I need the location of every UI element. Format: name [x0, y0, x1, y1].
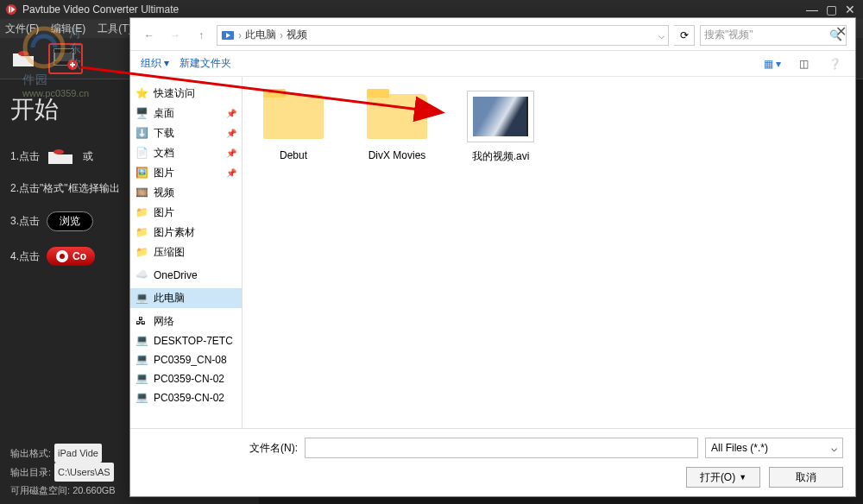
filename-label: 文件名(N):: [142, 441, 298, 456]
nav-forward-button[interactable]: →: [165, 25, 186, 46]
tree-pictures2[interactable]: 📁图片: [130, 203, 242, 223]
open-file-button[interactable]: [7, 43, 41, 74]
disk-space-value: 20.660GB: [72, 485, 116, 495]
document-icon: 📄: [135, 147, 149, 161]
menu-tools[interactable]: 工具(T): [98, 22, 131, 36]
dialog-address-bar: ← → ↑ › 此电脑 › 视频 ⌵ ⟳ 搜索"视频" 🔍: [130, 18, 855, 51]
tree-downloads[interactable]: ⬇️下载📌: [130, 123, 242, 143]
svg-rect-5: [54, 49, 73, 53]
video-library-icon: [221, 28, 235, 42]
view-mode-button[interactable]: ▦ ▾: [762, 54, 783, 73]
step2-text: 2.点击"格式"框选择输出: [10, 181, 120, 196]
tree-compressed[interactable]: 📁压缩图: [130, 243, 242, 262]
star-icon: ⭐: [135, 87, 149, 101]
pin-icon: 📌: [226, 168, 236, 178]
pc-icon: 💻: [135, 353, 149, 367]
file-item-folder[interactable]: Debut: [255, 89, 332, 161]
menu-file[interactable]: 文件(F): [5, 22, 39, 36]
pin-icon: 📌: [226, 109, 236, 118]
open-button[interactable]: 打开(O) ▼: [686, 467, 760, 488]
minimize-button[interactable]: —: [804, 2, 820, 17]
step4-label: 4.点击: [10, 249, 40, 264]
navigation-tree: ⭐快速访问 🖥️桌面📌 ⬇️下载📌 📄文档📌 🖼️图片📌 🎞️视频 📁图片 📁图…: [130, 77, 243, 428]
nav-up-button[interactable]: ↑: [191, 25, 211, 46]
video-icon: 🎞️: [135, 186, 149, 200]
tree-net-pc-3[interactable]: 💻PC0359-CN-02: [130, 388, 242, 407]
browse-button[interactable]: 浏览: [47, 211, 93, 231]
file-item-folder[interactable]: DivX Movies: [358, 89, 436, 161]
organise-menu[interactable]: 组织 ▾: [141, 56, 169, 71]
chevron-down-icon: ⌵: [831, 442, 837, 454]
disk-space-label: 可用磁盘空间:: [10, 485, 70, 495]
refresh-button[interactable]: ⟳: [674, 25, 695, 46]
pin-icon: 📌: [226, 148, 236, 158]
add-video-button[interactable]: [48, 43, 83, 74]
folder-icon: [367, 94, 427, 139]
svg-point-10: [60, 254, 65, 259]
folder-icon: 📁: [135, 206, 149, 220]
file-list: Debut DivX Movies 我的视频.avi: [243, 77, 855, 428]
breadcrumb-dropdown-icon[interactable]: ⌵: [658, 29, 665, 41]
folder-icon: 📁: [135, 246, 149, 260]
pc-icon: 💻: [135, 391, 149, 405]
dialog-close-button[interactable]: ✕: [835, 23, 847, 40]
picture-icon: 🖼️: [135, 167, 149, 180]
pc-icon: 💻: [135, 372, 149, 386]
close-button[interactable]: ✕: [842, 2, 858, 17]
download-icon: ⬇️: [135, 127, 149, 141]
open-folder-icon[interactable]: [47, 147, 76, 166]
step1-label: 1.点击: [10, 149, 40, 164]
output-format-label: 输出格式:: [10, 448, 51, 458]
breadcrumb-videos[interactable]: 视频: [287, 28, 307, 42]
step1-or: 或: [83, 149, 93, 164]
tree-pictures[interactable]: 🖼️图片📌: [130, 163, 242, 183]
cancel-button[interactable]: 取消: [769, 467, 843, 488]
app-title: Pavtube Video Converter Ultimate: [22, 3, 179, 16]
tree-onedrive[interactable]: ☁️OneDrive: [130, 266, 242, 285]
network-icon: 🖧: [135, 315, 149, 329]
breadcrumb-thispc[interactable]: 此电脑: [245, 28, 276, 42]
tree-documents[interactable]: 📄文档📌: [130, 143, 242, 163]
search-placeholder: 搜索"视频": [704, 28, 753, 42]
output-dir-value[interactable]: C:\Users\AS: [54, 463, 114, 482]
step3-label: 3.点击: [10, 214, 40, 229]
open-file-dialog: ✕ ← → ↑ › 此电脑 › 视频 ⌵ ⟳ 搜索"视频" 🔍 组织 ▾ 新建文…: [129, 17, 856, 497]
nav-back-button[interactable]: ←: [139, 25, 160, 46]
search-input[interactable]: 搜索"视频" 🔍: [700, 25, 847, 46]
tree-quick-access[interactable]: ⭐快速访问: [130, 84, 242, 104]
svg-point-3: [18, 51, 28, 56]
app-icon: [5, 3, 17, 16]
tree-net-pc-1[interactable]: 💻PC0359_CN-08: [130, 350, 242, 369]
tree-network[interactable]: 🖧网络: [130, 312, 242, 331]
tree-this-pc[interactable]: 💻此电脑: [130, 288, 242, 308]
convert-button[interactable]: Co: [47, 247, 95, 266]
file-name: Debut: [255, 149, 332, 161]
cloud-icon: ☁️: [135, 268, 149, 282]
preview-pane-button[interactable]: ◫: [793, 54, 814, 73]
new-folder-button[interactable]: 新建文件夹: [180, 56, 231, 71]
breadcrumb[interactable]: › 此电脑 › 视频 ⌵: [217, 25, 669, 46]
help-button[interactable]: ❔: [824, 54, 845, 73]
output-dir-label: 输出目录:: [10, 467, 51, 477]
file-name: DivX Movies: [358, 149, 436, 161]
menu-edit[interactable]: 编辑(E): [51, 22, 85, 36]
app-titlebar: Pavtube Video Converter Ultimate — ▢ ✕: [0, 0, 863, 19]
svg-rect-1: [9, 7, 10, 13]
dialog-toolbar: 组织 ▾ 新建文件夹 ▦ ▾ ◫ ❔: [130, 51, 855, 77]
tree-pic-assets[interactable]: 📁图片素材: [130, 223, 242, 243]
tree-net-pc-0[interactable]: 💻DESKTOP-7ETC: [130, 331, 242, 350]
video-thumb-icon: [468, 91, 533, 142]
maximize-button[interactable]: ▢: [823, 2, 839, 17]
pc-icon: 💻: [135, 292, 149, 306]
svg-point-8: [54, 149, 64, 154]
file-name: 我的视频.avi: [462, 149, 539, 164]
tree-desktop[interactable]: 🖥️桌面📌: [130, 104, 242, 123]
tree-videos[interactable]: 🎞️视频: [130, 183, 242, 203]
filetype-combo[interactable]: All Files (*.*)⌵: [705, 438, 843, 458]
file-item-video[interactable]: 我的视频.avi: [462, 89, 539, 164]
output-format-value[interactable]: iPad Vide: [54, 444, 102, 463]
folder-icon: 📁: [135, 226, 149, 240]
filename-input[interactable]: [305, 438, 698, 458]
pc-icon: 💻: [135, 334, 149, 348]
tree-net-pc-2[interactable]: 💻PC0359-CN-02: [130, 369, 242, 388]
